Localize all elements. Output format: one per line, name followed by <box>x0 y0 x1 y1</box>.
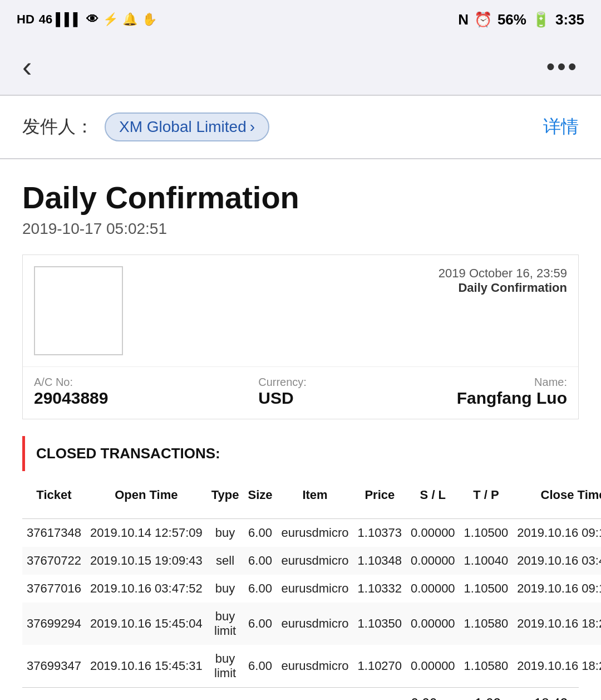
bell-icon: 🔔 <box>122 12 137 27</box>
th-open-time: Open Time <box>86 471 207 519</box>
sender-chevron: › <box>250 118 255 136</box>
closed-transactions-header: CLOSED TRANSACTIONS: <box>22 436 579 471</box>
th-ticket: Ticket <box>22 471 86 519</box>
table-row: 376707222019.10.15 19:09:43sell6.00eurus… <box>22 547 601 575</box>
table-row: 376770162019.10.16 03:47:52buy6.00eurusd… <box>22 575 601 603</box>
table-row: 376993472019.10.16 15:45:31buylimit6.00e… <box>22 645 601 687</box>
total-ro-swap: -1.02 <box>470 696 501 700</box>
name-value: Fangfang Luo <box>457 389 567 408</box>
detail-link[interactable]: 详情 <box>543 115 579 139</box>
bolt-icon: ⚡ <box>103 12 118 27</box>
hand-icon: ✋ <box>142 12 157 27</box>
table-header-row: Ticket Open Time Type Size Item Price S … <box>22 471 601 519</box>
currency-field: Currency: USD <box>258 376 307 408</box>
th-tp: T / P <box>460 471 513 519</box>
nfc-icon: N <box>458 11 469 28</box>
email-body: Daily Confirmation 2019-10-17 05:02:51 2… <box>0 159 601 700</box>
email-header: 发件人： XM Global Limited › 详情 <box>0 96 601 158</box>
more-button[interactable]: ••• <box>546 53 579 81</box>
status-right: N ⏰ 56% 🔋 3:35 <box>458 11 584 28</box>
totals-row: 0.00 -1.02 18.42 <box>22 687 579 700</box>
th-sl: S / L <box>406 471 460 519</box>
account-info: A/C No: 29043889 Currency: USD Name: Fan… <box>23 366 578 419</box>
battery-icon: 🔋 <box>532 11 550 28</box>
sender-badge[interactable]: XM Global Limited › <box>105 112 269 141</box>
th-size: Size <box>243 471 277 519</box>
logo-placeholder <box>34 266 123 355</box>
nav-bar: ‹ ••• <box>0 39 601 95</box>
doc-date: 2019 October 16, 23:59 <box>439 266 567 281</box>
transactions-table: Ticket Open Time Type Size Item Price S … <box>22 471 601 687</box>
status-left: HD 46 ▌▌▌ 👁 ⚡ 🔔 ✋ <box>17 12 157 27</box>
sender-name: XM Global Limited <box>119 118 247 136</box>
table-row: 376992942019.10.16 15:45:04buylimit6.00e… <box>22 603 601 645</box>
table-row: 376173482019.10.14 12:57:09buy6.00eurusd… <box>22 519 601 547</box>
status-bar: HD 46 ▌▌▌ 👁 ⚡ 🔔 ✋ N ⏰ 56% 🔋 3:35 <box>0 0 601 39</box>
name-label: Name: <box>457 376 567 389</box>
signal-indicator: 46 ▌▌▌ <box>39 12 82 27</box>
th-price: Price <box>353 471 407 519</box>
th-type: Type <box>207 471 244 519</box>
ac-no-value: 29043889 <box>34 389 108 408</box>
battery-level: 56% <box>497 11 526 28</box>
alarm-icon: ⏰ <box>474 11 492 28</box>
ac-no-label: A/C No: <box>34 376 108 389</box>
total-trade-pl: 18.42 <box>534 696 568 700</box>
currency-label: Currency: <box>258 376 307 389</box>
clock: 3:35 <box>555 11 584 28</box>
hd-indicator: HD <box>17 12 35 27</box>
logo-row: 2019 October 16, 23:59 Daily Confirmatio… <box>23 255 578 366</box>
sender-row: 发件人： XM Global Limited › <box>22 112 269 141</box>
total-commission: 0.00 <box>411 696 437 700</box>
doc-info: 2019 October 16, 23:59 Daily Confirmatio… <box>439 266 567 295</box>
currency-value: USD <box>258 389 307 408</box>
eye-icon: 👁 <box>86 12 98 27</box>
th-close-time: Close Time <box>513 471 601 519</box>
back-button[interactable]: ‹ <box>22 52 32 81</box>
content-block: 2019 October 16, 23:59 Daily Confirmatio… <box>22 254 579 419</box>
th-item: Item <box>277 471 353 519</box>
ac-no-field: A/C No: 29043889 <box>34 376 108 408</box>
name-field: Name: Fangfang Luo <box>457 376 567 408</box>
email-title: Daily Confirmation <box>22 179 579 216</box>
doc-title: Daily Confirmation <box>439 281 567 295</box>
email-date: 2019-10-17 05:02:51 <box>22 220 579 238</box>
sender-label: 发件人： <box>22 115 93 139</box>
